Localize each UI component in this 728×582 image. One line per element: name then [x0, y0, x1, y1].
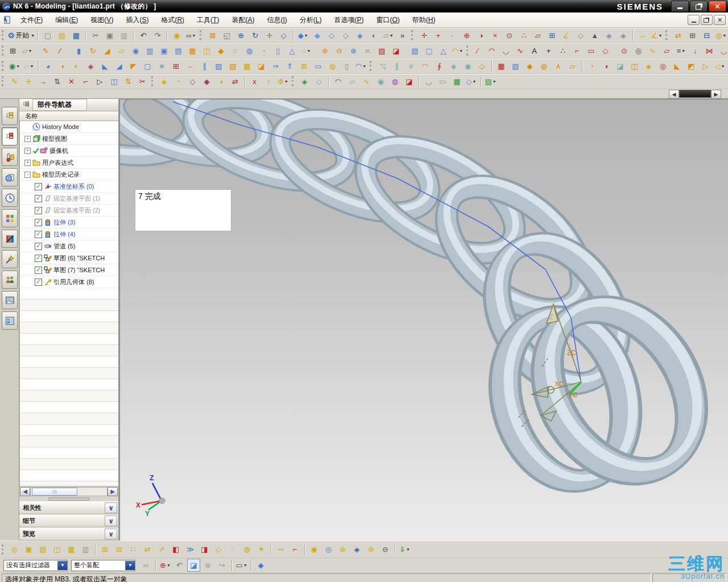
datum-axis-button[interactable]: ∕: [53, 44, 67, 57]
paste-button[interactable]: ▥: [117, 29, 130, 42]
start-button[interactable]: ❂开始▼: [8, 29, 35, 42]
expand-section-icon[interactable]: ∨: [105, 516, 117, 526]
sweep-button[interactable]: ◠▼: [451, 44, 464, 57]
checkbox-checked[interactable]: ✓: [35, 255, 42, 262]
edit-suppression-state-button[interactable]: ◨: [198, 543, 211, 556]
checkbox-checked[interactable]: ✓: [35, 267, 42, 274]
scrollbar-thumb[interactable]: ||||: [32, 488, 77, 496]
expand-icon[interactable]: +: [24, 160, 31, 166]
pattern-face-button[interactable]: ∥: [198, 60, 211, 73]
chevron-down-icon[interactable]: ▼: [362, 60, 366, 72]
chevron-down-icon[interactable]: ▼: [307, 45, 311, 57]
reference-set-button[interactable]: ⇓▼: [398, 543, 411, 556]
panel-splitter[interactable]: [19, 496, 118, 501]
wave-geometry-linker-button[interactable]: ⊟: [700, 29, 713, 42]
expand-icon[interactable]: +: [24, 148, 31, 154]
trim-sheet-button[interactable]: ◪: [255, 60, 268, 73]
menu-分析l[interactable]: 分析(L): [293, 14, 328, 26]
fillet-curve-button[interactable]: ⌐: [570, 44, 584, 57]
tree-row[interactable]: ✓管道 (5): [20, 240, 118, 252]
variable-offset-button[interactable]: ▧: [226, 60, 239, 73]
bridge-surface-button[interactable]: ◈: [84, 60, 97, 73]
tube-feature-button[interactable]: ◌: [229, 44, 242, 57]
binoculars-button[interactable]: ∞▼: [184, 29, 197, 42]
replace-component-button[interactable]: ◌: [226, 543, 239, 556]
cone-button[interactable]: △: [286, 44, 299, 57]
shape-check-button[interactable]: ▨▼: [484, 75, 497, 88]
measure-angle-button[interactable]: ∠▼: [650, 29, 663, 42]
trim-corner-button[interactable]: ◣: [671, 60, 684, 73]
dart-button[interactable]: ◆: [214, 44, 228, 57]
toolbar-grip[interactable]: [466, 45, 468, 56]
revolve-button[interactable]: ↻: [86, 44, 100, 57]
grid-analysis-button[interactable]: ▦: [450, 75, 464, 88]
pull-face-button[interactable]: ◔: [172, 75, 185, 88]
restore-button[interactable]: [690, 1, 708, 12]
chevron-down-icon[interactable]: ▼: [658, 30, 662, 41]
scale-body-button[interactable]: ◔: [257, 44, 270, 57]
expand-section-icon[interactable]: ∨: [105, 502, 117, 513]
fit-view-button[interactable]: ⊠: [206, 29, 219, 42]
shell-2-button[interactable]: ▢: [141, 60, 154, 73]
tree-row[interactable]: History Mode: [20, 121, 118, 133]
rough-offset-button[interactable]: ▦: [241, 60, 254, 73]
tree-row[interactable]: ✓拉伸 (3): [20, 217, 118, 228]
mirror-feature-button[interactable]: ⇔: [184, 60, 197, 73]
pan-view-button[interactable]: ✛: [263, 29, 276, 42]
face-analysis-button[interactable]: ◈: [353, 29, 366, 42]
assembly-constraint-b-button[interactable]: ⇗: [155, 543, 168, 556]
sphere-button[interactable]: ○▼: [300, 44, 313, 57]
law-extension-button[interactable]: ⇑: [283, 60, 296, 73]
edit-positioning-button[interactable]: ✛: [22, 75, 35, 88]
offset-region-button[interactable]: ◇: [186, 75, 199, 88]
enlarge-button[interactable]: ⊞: [297, 60, 311, 73]
chevron-down-icon[interactable]: ▼: [473, 76, 477, 88]
project-curve-button[interactable]: ↓: [689, 44, 702, 57]
offset-emboss-button[interactable]: ◔: [585, 60, 598, 73]
render-gallery-tab[interactable]: [2, 250, 18, 268]
tree-row[interactable]: ✓引用几何体 (8): [20, 276, 118, 288]
chamfer-dd-button[interactable]: ▱▼: [22, 60, 35, 73]
chevron-down-icon[interactable]: ▼: [192, 30, 196, 41]
part-navigator-tab[interactable]: [2, 127, 18, 146]
assembly-constraints-button[interactable]: ⊞: [686, 29, 699, 42]
key-groove-button[interactable]: ◫: [200, 44, 213, 57]
menu-插入s[interactable]: 插入(S): [119, 14, 155, 26]
snap-g2-button[interactable]: ◈: [617, 29, 630, 42]
hem-flange-button[interactable]: ◁▼: [713, 60, 726, 73]
instance-feature-button[interactable]: ⊞: [169, 60, 183, 73]
law-curve-button[interactable]: ∿: [646, 44, 659, 57]
find-component-b-button[interactable]: ◎: [8, 543, 21, 556]
fit-surface-button[interactable]: ▦: [495, 60, 508, 73]
intersect-button[interactable]: ⊗: [347, 44, 360, 57]
gap-flushness-button[interactable]: ◪: [403, 75, 416, 88]
examine-geometry-button[interactable]: ◇: [312, 75, 325, 88]
unite-button[interactable]: ⊕: [318, 44, 332, 57]
expand-section-icon[interactable]: ∨: [105, 529, 117, 539]
replay-button[interactable]: ⌐: [79, 75, 92, 88]
solid-body-select-button[interactable]: ◆: [254, 559, 267, 572]
menu-帮助h[interactable]: 帮助(H): [406, 14, 442, 26]
chevron-down-icon[interactable]: ▼: [30, 60, 34, 72]
wave-linker-b-button[interactable]: ⌐: [288, 543, 301, 556]
section-surface-button[interactable]: ◉: [461, 60, 474, 73]
perspective-button[interactable]: ◇: [277, 29, 290, 42]
history-palette-tab[interactable]: [2, 189, 18, 207]
collapse-icon[interactable]: -: [24, 172, 31, 178]
exploded-views-button[interactable]: ✶: [255, 543, 268, 556]
x-form-button[interactable]: x: [248, 75, 261, 88]
rotate-view-button[interactable]: ↻: [249, 29, 262, 42]
tree-horizontal-scrollbar[interactable]: ◀ |||| ▶: [19, 486, 118, 496]
scroll-thumb[interactable]: [679, 90, 711, 98]
snap-cursor-button[interactable]: ▲: [588, 29, 601, 42]
tree-item-label[interactable]: 固定基准平面 (1): [53, 194, 101, 203]
panel-section-细节[interactable]: 细节∨: [19, 514, 118, 527]
point-button[interactable]: +: [542, 44, 555, 57]
chevron-down-icon[interactable]: ▼: [304, 30, 308, 41]
conic-button[interactable]: ◡: [499, 44, 512, 57]
tree-row[interactable]: +用户表达式: [20, 157, 118, 169]
menu-首选项p[interactable]: 首选项(P): [328, 14, 370, 26]
snap-point-button[interactable]: ∙: [446, 29, 459, 42]
chevron-down-icon[interactable]: ▼: [493, 76, 497, 88]
blend-pocket-button[interactable]: △: [437, 44, 450, 57]
